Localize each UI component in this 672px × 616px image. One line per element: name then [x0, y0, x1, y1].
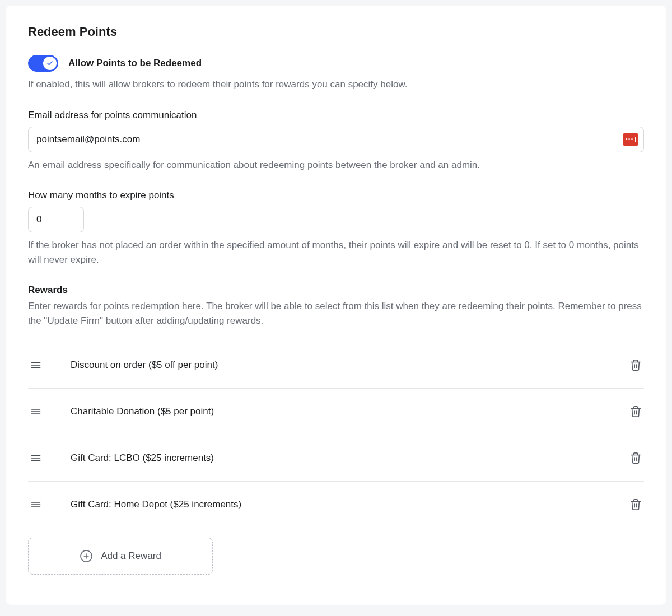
drag-handle-icon[interactable]: [30, 452, 41, 464]
rewards-block: Rewards Enter rewards for points redempt…: [28, 284, 644, 575]
trash-icon: [629, 498, 642, 511]
email-field-label: Email address for points communication: [28, 110, 644, 121]
reward-list: Discount on order ($5 off per point) Cha…: [28, 342, 644, 528]
allow-redeem-toggle[interactable]: [28, 55, 58, 72]
add-reward-label: Add a Reward: [101, 550, 161, 562]
allow-redeem-row: Allow Points to be Redeemed: [28, 55, 644, 72]
delete-reward-button[interactable]: [629, 359, 642, 371]
trash-icon: [629, 452, 642, 464]
email-input[interactable]: [28, 127, 644, 152]
reward-row: Gift Card: Home Depot ($25 increments): [28, 482, 644, 528]
expire-field-label: How many months to expire points: [28, 190, 644, 201]
rewards-helptext: Enter rewards for points redemption here…: [28, 299, 644, 328]
page-title: Redeem Points: [28, 25, 644, 39]
redeem-points-card: Redeem Points Allow Points to be Redeeme…: [6, 6, 666, 605]
expire-months-input[interactable]: [28, 207, 84, 232]
drag-handle-icon[interactable]: [30, 360, 41, 371]
drag-handle-icon[interactable]: [30, 499, 41, 510]
delete-reward-button[interactable]: [629, 452, 642, 464]
email-helptext: An email address specifically for commun…: [28, 158, 644, 172]
drag-handle-icon[interactable]: [30, 406, 41, 417]
reward-label: Discount on order ($5 off per point): [71, 360, 629, 371]
reward-label: Gift Card: LCBO ($25 increments): [71, 452, 629, 464]
reward-row: Charitable Donation ($5 per point): [28, 389, 644, 435]
trash-icon: [629, 405, 642, 418]
email-field-block: Email address for points communication A…: [28, 110, 644, 172]
add-reward-button[interactable]: Add a Reward: [28, 538, 213, 575]
trash-icon: [629, 359, 642, 371]
reward-row: Discount on order ($5 off per point): [28, 342, 644, 389]
password-manager-icon[interactable]: [623, 133, 638, 146]
reward-label: Charitable Donation ($5 per point): [71, 406, 629, 417]
allow-redeem-label: Allow Points to be Redeemed: [68, 58, 202, 69]
toggle-knob: [43, 57, 57, 70]
expire-field-block: How many months to expire points If the …: [28, 190, 644, 267]
rewards-heading: Rewards: [28, 284, 644, 296]
allow-redeem-helptext: If enabled, this will allow brokers to r…: [28, 77, 644, 92]
expire-helptext: If the broker has not placed an order wi…: [28, 238, 644, 267]
check-icon: [46, 60, 53, 67]
reward-row: Gift Card: LCBO ($25 increments): [28, 435, 644, 482]
reward-label: Gift Card: Home Depot ($25 increments): [71, 499, 629, 510]
plus-circle-icon: [80, 549, 93, 563]
delete-reward-button[interactable]: [629, 405, 642, 418]
delete-reward-button[interactable]: [629, 498, 642, 511]
email-input-wrap: [28, 127, 644, 152]
